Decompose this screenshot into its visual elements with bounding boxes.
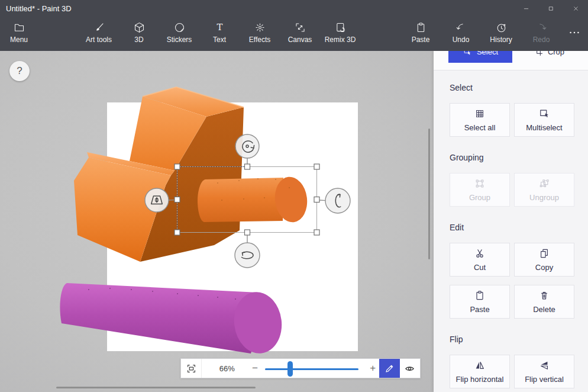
- toolbar-button-text[interactable]: TText: [199, 17, 240, 51]
- zoom-in-button[interactable]: +: [367, 359, 379, 378]
- section-label-edit: Edit: [450, 223, 574, 232]
- panel-button-delete[interactable]: Delete: [514, 285, 574, 319]
- vertical-scrollbar[interactable]: [428, 128, 430, 259]
- panel-tab-crop[interactable]: Crop: [522, 51, 576, 63]
- window-controls: [513, 0, 588, 17]
- fit-to-view-button[interactable]: [181, 359, 202, 378]
- toolbar-label-effects: Effects: [249, 36, 270, 43]
- expand-icon: [294, 21, 306, 34]
- panel-button-label-delete: Delete: [533, 305, 555, 314]
- section-label-flip: Flip: [450, 335, 574, 344]
- brush-icon: [93, 21, 105, 34]
- folder-icon: [13, 21, 25, 34]
- cube-icon: [133, 21, 146, 34]
- panel-button-flip-horizontal[interactable]: Flip horizontal: [450, 355, 510, 388]
- zoom-out-button[interactable]: −: [248, 359, 261, 378]
- toolbar-label-undo: Undo: [453, 36, 470, 43]
- toolbar-label-stickers: Stickers: [167, 36, 192, 43]
- zoom-toolbar: 66% − +: [180, 358, 421, 378]
- toolbar-button-menu[interactable]: Menu: [0, 17, 38, 51]
- section-buttons-edit: CutCopyPasteDelete: [450, 243, 574, 319]
- panel-button-copy[interactable]: Copy: [514, 243, 574, 277]
- section-buttons-grouping: GroupUngroup: [450, 173, 574, 207]
- toolbar-label-paste: Paste: [412, 36, 430, 43]
- toolbar-more-button[interactable]: [561, 17, 587, 51]
- right-panel: SelectCrop SelectSelect allMultiselectGr…: [434, 51, 588, 392]
- view-mode-button[interactable]: [400, 359, 420, 378]
- remix-icon: [334, 21, 347, 34]
- section-label-grouping: Grouping: [450, 153, 574, 162]
- object-orange-cylinder-selected[interactable]: [198, 175, 309, 224]
- delete-icon: [538, 290, 550, 301]
- maximize-button[interactable]: [538, 0, 563, 17]
- panel-button-multiselect[interactable]: Multiselect: [514, 103, 574, 137]
- titlebar: Untitled* - Paint 3D: [0, 0, 588, 17]
- zoom-slider-thumb[interactable]: [287, 361, 293, 377]
- object-stepped-block[interactable]: [74, 87, 244, 262]
- toolbar-label-canvas: Canvas: [288, 36, 312, 43]
- horizontal-scrollbar[interactable]: [56, 387, 256, 388]
- toolbar-button-paste[interactable]: Paste: [400, 17, 441, 51]
- panel-button-label-ungroup: Ungroup: [529, 193, 559, 202]
- ellipsis-icon: [568, 26, 581, 39]
- toolbar-button-remix-3d[interactable]: Remix 3D: [320, 17, 360, 51]
- toolbar-label-redo: Redo: [533, 36, 550, 43]
- rotate-x-handle[interactable]: [235, 243, 260, 268]
- rotate-z-handle[interactable]: [235, 134, 259, 158]
- minimize-button[interactable]: [513, 0, 538, 17]
- panel-button-select-all[interactable]: Select all: [450, 103, 510, 137]
- panel-button-label-paste: Paste: [470, 305, 489, 314]
- toolbar-button-stickers[interactable]: Stickers: [159, 17, 199, 51]
- toolbar-button-undo[interactable]: Undo: [441, 17, 481, 51]
- panel-tab-select[interactable]: Select: [448, 51, 512, 63]
- help-button[interactable]: ?: [9, 61, 30, 81]
- toolbar-button-effects[interactable]: Effects: [240, 17, 280, 51]
- toolbar-spacer: [360, 17, 400, 51]
- toolbar-label-remix-3d: Remix 3D: [325, 36, 356, 43]
- panel-button-ungroup[interactable]: Ungroup: [514, 173, 574, 207]
- panel-button-flip-vertical[interactable]: Flip vertical: [514, 355, 574, 388]
- select-all-icon: [474, 108, 486, 120]
- toolbar-label-art-tools: Art tools: [86, 36, 112, 43]
- cut-icon: [474, 248, 486, 259]
- panel-tab-label-select: Select: [477, 51, 498, 56]
- flip-horizontal-icon: [474, 359, 486, 371]
- sparkle-icon: [254, 21, 266, 34]
- toolbar-button-redo[interactable]: Redo: [521, 17, 561, 51]
- zoom-slider[interactable]: [265, 359, 358, 378]
- panel-section-edit: EditCutCopyPasteDelete: [450, 223, 574, 319]
- section-buttons-flip: Flip horizontalFlip vertical: [450, 355, 574, 388]
- section-label-select: Select: [450, 83, 574, 92]
- toolbar-label-history: History: [490, 36, 512, 43]
- svg-text:T: T: [217, 22, 222, 33]
- clipboard-icon: [415, 21, 427, 34]
- close-icon: [573, 5, 579, 12]
- panel-button-paste[interactable]: Paste: [450, 285, 510, 319]
- panel-button-label-group: Group: [469, 193, 490, 202]
- section-buttons-select: Select allMultiselect: [450, 103, 574, 137]
- sticker-icon: [173, 21, 186, 34]
- redo-icon: [535, 21, 548, 34]
- window-title: Untitled* - Paint 3D: [6, 4, 513, 13]
- canvas-3d-scene: [0, 51, 434, 392]
- workspace: ? 66% − +: [0, 51, 434, 392]
- zoom-level: 66%: [210, 364, 244, 373]
- edit-mode-button[interactable]: [379, 359, 399, 378]
- panel-top-tabs: SelectCrop: [434, 51, 588, 70]
- toolbar-label-menu: Menu: [10, 36, 28, 43]
- toolbar-button-art-tools[interactable]: Art tools: [79, 17, 119, 51]
- panel-button-group[interactable]: Group: [450, 173, 510, 207]
- rotate-y-handle[interactable]: [325, 188, 350, 213]
- panel-button-label-multiselect: Multiselect: [526, 123, 562, 132]
- close-button[interactable]: [563, 0, 588, 17]
- history-icon: [495, 21, 508, 34]
- minimize-icon: [523, 5, 529, 12]
- toolbar-button-history[interactable]: History: [481, 17, 521, 51]
- toolbar-button-3d[interactable]: 3D: [119, 17, 159, 51]
- panel-button-cut[interactable]: Cut: [450, 243, 510, 277]
- toolbar-label-3d: 3D: [134, 36, 143, 43]
- pencil-icon: [384, 363, 395, 374]
- toolbar-button-canvas[interactable]: Canvas: [280, 17, 320, 51]
- zoom-slider-track: [265, 368, 358, 370]
- copy-icon: [538, 248, 550, 259]
